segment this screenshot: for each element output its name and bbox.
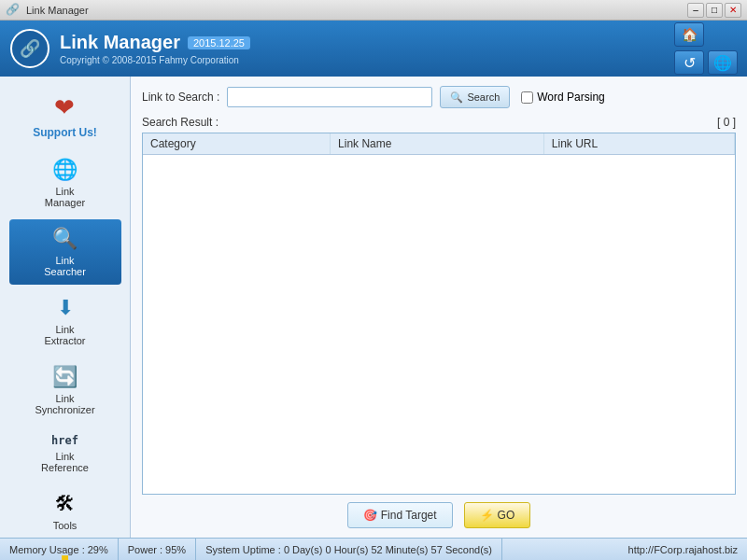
link-extractor-icon: ⬇ (57, 296, 74, 320)
power-status: Power : 95% (119, 539, 196, 560)
status-bar: Memory Usage : 29% Power : 95% System Up… (0, 538, 747, 560)
search-label: Link to Search : (142, 91, 219, 104)
sidebar-item-label: LinkManager (45, 186, 85, 208)
search-icon: 🔍 (450, 91, 463, 104)
search-button[interactable]: 🔍 Search (440, 86, 510, 108)
find-target-icon: 🎯 (363, 509, 377, 522)
bottom-buttons: 🎯 Find Target ⚡ GO (142, 502, 736, 528)
find-target-button[interactable]: 🎯 Find Target (347, 502, 453, 528)
sidebar: ❤ Support Us! 🌐 LinkManager 🔍 LinkSearch… (0, 77, 131, 538)
sidebar-item-link-manager[interactable]: 🌐 LinkManager (9, 150, 121, 216)
go-icon: ⚡ (480, 509, 494, 522)
result-table: Category Link Name Link URL (143, 133, 735, 155)
link-sync-icon: 🔄 (52, 365, 78, 389)
sidebar-item-label: LinkSynchronizer (35, 393, 94, 415)
sidebar-item-link-searcher[interactable]: 🔍 LinkSearcher (9, 219, 121, 285)
sidebar-item-link-reference[interactable]: href LinkReference (9, 427, 121, 481)
word-parsing-checkbox[interactable] (521, 91, 533, 104)
col-link-name: Link Name (331, 133, 544, 155)
window-controls: – □ ✕ (687, 3, 741, 18)
sidebar-item-link-synchronizer[interactable]: 🔄 LinkSynchronizer (9, 357, 121, 423)
minimize-button[interactable]: – (687, 3, 704, 18)
support-label: Support Us! (33, 126, 97, 139)
link-searcher-icon: 🔍 (52, 227, 78, 251)
col-category: Category (143, 133, 331, 155)
content-area: Link to Search : 🔍 Search Word Parsing S… (131, 77, 747, 538)
sidebar-item-label: LinkExtractor (44, 324, 85, 346)
search-row: Link to Search : 🔍 Search Word Parsing (142, 86, 736, 108)
heart-icon: ❤ (54, 93, 75, 122)
home-button[interactable]: 🏠 (674, 22, 704, 47)
sidebar-item-label: LinkSearcher (44, 255, 86, 277)
url-status: http://FCorp.rajahost.biz (502, 539, 747, 560)
col-link-url: Link URL (543, 133, 734, 155)
window-title: Link Manager (26, 5, 89, 16)
title-bar: 🔗 Link Manager – □ ✕ (0, 0, 747, 21)
app-logo: 🔗 (9, 28, 50, 69)
header-title: Link Manager (60, 32, 180, 53)
version-badge: 2015.12.25 (188, 36, 250, 49)
tools-icon: 🛠 (55, 492, 76, 516)
result-count: [ 0 ] (717, 116, 736, 129)
word-parsing-label: Word Parsing (537, 91, 604, 104)
maximize-button[interactable]: □ (706, 3, 723, 18)
sidebar-item-label: LinkReference (41, 451, 89, 473)
header-bar: 🔗 Link Manager 2015.12.25 Copyright © 20… (0, 21, 747, 77)
link-manager-icon: 🌐 (52, 158, 78, 182)
sidebar-item-tools[interactable]: 🛠 Tools (9, 484, 121, 539)
globe-button[interactable]: 🌐 (708, 50, 738, 75)
back-button[interactable]: ↺ (674, 50, 704, 75)
search-input[interactable] (227, 87, 432, 107)
header-subtitle: Copyright © 2008-2015 Fahmy Corporation (60, 55, 250, 65)
link-reference-icon: href (51, 434, 78, 447)
app-icon: 🔗 (6, 3, 21, 18)
result-header: Search Result : [ 0 ] (142, 116, 736, 129)
memory-status: Memory Usage : 29% (0, 539, 119, 560)
result-table-wrapper[interactable]: Category Link Name Link URL (142, 133, 736, 495)
support-section[interactable]: ❤ Support Us! (25, 86, 105, 147)
result-label: Search Result : (142, 116, 218, 129)
go-button[interactable]: ⚡ GO (464, 502, 531, 528)
sidebar-item-label: Tools (53, 520, 78, 531)
uptime-status: System Uptime : 0 Day(s) 0 Hour(s) 52 Mi… (196, 539, 502, 560)
sidebar-item-link-extractor[interactable]: ⬇ LinkExtractor (9, 288, 121, 354)
close-button[interactable]: ✕ (725, 3, 741, 18)
svg-text:🔗: 🔗 (20, 38, 41, 59)
